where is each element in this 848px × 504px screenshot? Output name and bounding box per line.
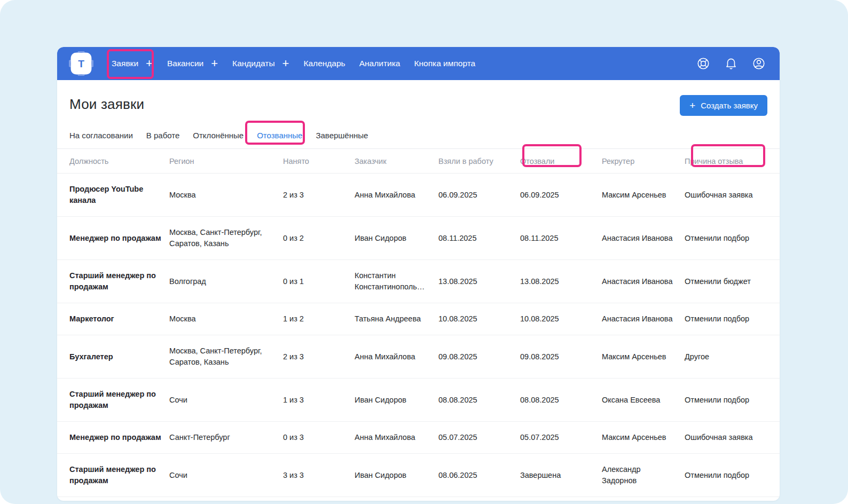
cell-hired: 0 из 1 [283,260,355,303]
tab-na-soglasovanii[interactable]: На согласовании [69,131,133,148]
cell-taken: 09.08.2025 [438,335,520,379]
cell-position: Старший менеджер по продажам [57,379,169,422]
cell-region: Москва, Санкт-Петербург, Саратов, Казань [169,335,283,379]
tab-v-rabote[interactable]: В работе [146,131,180,148]
cell-hired: 2 из 3 [283,335,355,379]
table-row[interactable]: Старший менеджер по продажамСочи3 из 3Ив… [57,454,780,497]
table-row[interactable]: Старший менеджер по продажамВолгоград0 и… [57,260,780,303]
cell-taken: 10.08.2025 [438,303,520,335]
create-request-button[interactable]: + Создать заявку [680,95,767,116]
tab-otklonennye[interactable]: Отклонённые [193,131,244,148]
cell-withdrawn: 08.08.2025 [520,379,602,422]
cell-recruiter: Анастасия Иванова [602,217,685,260]
table-row[interactable]: Старший менеджер по продажамСочи1 из 3Ив… [57,379,780,422]
support-icon[interactable] [696,57,710,70]
cell-reason: Ошибочная заявка [685,174,780,217]
nav-item-analitika[interactable]: Аналитика [359,59,401,68]
column-region[interactable]: Регион [169,149,283,174]
column-zakazchik[interactable]: Заказчик [355,149,438,174]
cell-customer: Анна Михайлова [355,335,438,379]
cell-customer: Константин Константинополь… [355,260,438,303]
cell-customer: Анна Михайлова [355,422,438,454]
nav-items: Заявки + Вакансии + Кандидаты + Календар… [112,58,475,69]
table-header-row: Должность Регион Нанято Заказчик Взяли в… [57,149,780,174]
nav-item-kandidaty[interactable]: Кандидаты + [232,58,289,69]
cell-withdrawn: 10.08.2025 [520,303,602,335]
cell-taken: 08.06.2025 [438,454,520,497]
cell-reason: Отменили подбор [685,379,780,422]
cell-hired: 2 из 3 [283,174,355,217]
screenshot-stage: Т Заявки + Вакансии + Кандидаты + Календ… [0,0,848,504]
add-zayavka-icon[interactable]: + [145,58,153,69]
cell-hired: 1 из 3 [283,379,355,422]
app-window: Т Заявки + Вакансии + Кандидаты + Календ… [57,47,780,501]
cell-recruiter: Максим Арсеньев [602,422,685,454]
nav-item-label: Аналитика [359,59,401,68]
table-row[interactable]: Менеджер по продажамСанкт-Петербург0 из … [57,422,780,454]
nav-item-label: Вакансии [167,59,203,68]
nav-right-icons [696,57,766,70]
cell-recruiter: Максим Арсеньев [602,174,685,217]
cell-region: Москва, Санкт-Петербург, Саратов, Казань [169,217,283,260]
app-logo-icon[interactable]: Т [69,51,93,76]
cell-reason: Отменили подбор [685,454,780,497]
nav-item-kalendar[interactable]: Календарь [303,59,345,68]
cell-reason: Отменили подбор [685,217,780,260]
cell-recruiter: Анастасия Иванова [602,260,685,303]
cell-position: Маркетолог [57,303,169,335]
nav-item-vakansii[interactable]: Вакансии + [167,58,218,69]
table-row[interactable]: МаркетологМосква1 из 2Татьяна Андреева10… [57,303,780,335]
cell-position: Бухгалетер [57,335,169,379]
cell-hired: 0 из 2 [283,217,355,260]
cell-withdrawn: 09.08.2025 [520,335,602,379]
table-row[interactable]: Менеджер по продажамМосква, Санкт-Петерб… [57,217,780,260]
column-nanyato[interactable]: Нанято [283,149,355,174]
status-tabs: На согласовании В работе Отклонённые Ото… [57,116,780,149]
cell-reason: Отменили подбор [685,303,780,335]
cell-withdrawn: Завершена [520,454,602,497]
notifications-icon[interactable] [724,57,738,70]
cell-recruiter: Анастасия Иванова [602,303,685,335]
nav-item-zayavki[interactable]: Заявки + [112,58,153,69]
column-vzyali-v-rabotu[interactable]: Взяли в работу [438,149,520,174]
tab-otozvannye[interactable]: Отозванные [257,131,302,148]
cell-position: Менеджер по продажам [57,422,169,454]
column-prichina-otzyva[interactable]: Причина отзыва [685,149,780,174]
column-rekruter[interactable]: Рекрутер [602,149,685,174]
svg-text:Т: Т [78,58,84,69]
cell-withdrawn: 06.09.2025 [520,174,602,217]
cell-taken: 08.11.2025 [438,217,520,260]
cell-position: Старший менеджер по продажам [57,454,169,497]
table-body: Продюсер YouTube каналаМосква2 из 3Анна … [57,174,780,497]
page-header: Мои заявки + Создать заявку [57,80,780,116]
requests-table: Должность Регион Нанято Заказчик Взяли в… [57,149,780,497]
cell-withdrawn: 05.07.2025 [520,422,602,454]
add-vakansia-icon[interactable]: + [210,58,218,69]
cell-position: Менеджер по продажам [57,217,169,260]
table-row[interactable]: БухгалетерМосква, Санкт-Петербург, Сарат… [57,335,780,379]
cell-region: Сочи [169,379,283,422]
tab-zavershennye[interactable]: Завершённые [316,131,368,148]
cell-taken: 13.08.2025 [438,260,520,303]
cell-position: Старший менеджер по продажам [57,260,169,303]
cell-recruiter: Оксана Евсеева [602,379,685,422]
cell-recruiter: Александр Задорнов [602,454,685,497]
add-kandidat-icon[interactable]: + [282,58,290,69]
cell-withdrawn: 13.08.2025 [520,260,602,303]
cell-customer: Иван Сидоров [355,379,438,422]
nav-item-label: Календарь [303,59,345,68]
cell-taken: 08.08.2025 [438,379,520,422]
cell-customer: Иван Сидоров [355,217,438,260]
column-dolzhnost[interactable]: Должность [57,149,169,174]
cell-customer: Татьяна Андреева [355,303,438,335]
profile-icon[interactable] [752,57,766,70]
nav-item-knopka-importa[interactable]: Кнопка импорта [414,59,475,68]
column-otozvali[interactable]: Отозвали [520,149,602,174]
cell-position: Продюсер YouTube канала [57,174,169,217]
cell-region: Волгоград [169,260,283,303]
cell-withdrawn: 08.11.2025 [520,217,602,260]
cell-reason: Ошибочная заявка [685,422,780,454]
cell-region: Москва [169,174,283,217]
cell-hired: 1 из 2 [283,303,355,335]
table-row[interactable]: Продюсер YouTube каналаМосква2 из 3Анна … [57,174,780,217]
